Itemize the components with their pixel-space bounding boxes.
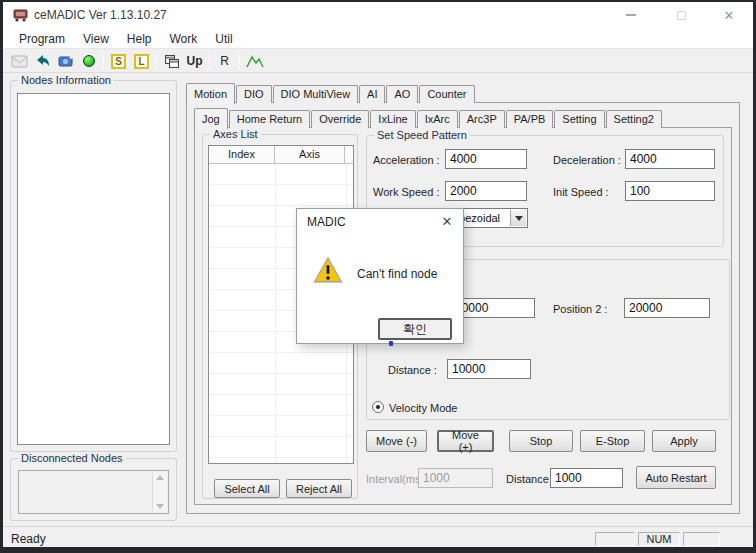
save-button[interactable]: S <box>107 51 130 71</box>
connect-status-button[interactable] <box>77 51 100 71</box>
distance-input[interactable] <box>447 359 531 379</box>
axes-table-row <box>209 164 353 185</box>
stop-button[interactable]: Stop <box>509 430 573 452</box>
tab-jog[interactable]: Jog <box>194 108 228 129</box>
windows-button[interactable] <box>160 51 183 71</box>
column-stub <box>345 146 353 163</box>
nodes-information-list[interactable] <box>17 93 170 445</box>
capture-button[interactable] <box>54 51 77 71</box>
camera-icon <box>58 54 74 68</box>
dialog-close-button[interactable]: ✕ <box>437 212 457 230</box>
up-label: Up <box>187 54 203 68</box>
tab-arc3p[interactable]: Arc3P <box>459 110 505 128</box>
scroll-up-icon <box>156 475 164 480</box>
motion-tab-strip: Jog Home Return Override IxLine IxArc Ar… <box>194 107 663 128</box>
apply-button[interactable]: Apply <box>652 430 716 452</box>
axes-list-title: Axes List <box>210 128 261 140</box>
dropdown-button[interactable] <box>510 210 526 226</box>
line-chart-icon <box>246 54 264 69</box>
tab-ao[interactable]: AO <box>386 85 418 103</box>
load-button[interactable]: L <box>130 51 153 71</box>
mail-icon <box>11 55 28 68</box>
close-button[interactable]: ✕ <box>709 2 749 28</box>
tab-ixarc[interactable]: IxArc <box>417 110 458 128</box>
close-icon: ✕ <box>724 8 735 23</box>
nodes-information-group: Nodes Information <box>10 80 177 452</box>
tab-override[interactable]: Override <box>311 110 369 128</box>
mail-button[interactable] <box>8 51 31 71</box>
menu-bar: Program View Help Work Util <box>3 29 753 49</box>
scroll-down-icon <box>156 504 164 509</box>
menu-work[interactable]: Work <box>161 30 207 48</box>
disconnected-nodes-title: Disconnected Nodes <box>18 452 126 464</box>
menu-help[interactable]: Help <box>118 30 161 48</box>
move-plus-button[interactable]: Move (+) <box>437 430 494 452</box>
menu-util[interactable]: Util <box>206 30 241 48</box>
dialog-ok-button[interactable]: 확인 <box>378 318 452 340</box>
velocity-mode-label: Velocity Mode <box>389 402 457 414</box>
status-panel <box>683 532 720 546</box>
tab-setting[interactable]: Setting <box>554 110 604 128</box>
status-panel <box>595 532 635 546</box>
up-button[interactable]: Up <box>183 51 206 71</box>
axes-table-header: Index Axis <box>209 146 353 164</box>
axes-table-row <box>209 437 353 458</box>
title-bar: ceMADIC Ver 1.13.10.27 ✕ <box>3 2 753 29</box>
nodes-information-title: Nodes Information <box>18 74 114 86</box>
toolbar: S L Up R <box>3 50 753 73</box>
work-speed-input[interactable] <box>445 181 527 201</box>
r-button[interactable]: R <box>213 51 236 71</box>
move-minus-button[interactable]: Move (-) <box>366 430 427 452</box>
maximize-button[interactable] <box>661 2 701 28</box>
tab-dio[interactable]: DIO <box>236 85 272 103</box>
axes-table-row <box>209 353 353 374</box>
status-bar: Ready NUM <box>3 526 753 549</box>
undo-arrow-icon <box>35 54 51 69</box>
tab-counter[interactable]: Counter <box>419 85 474 103</box>
reject-all-button[interactable]: Reject All <box>286 479 352 498</box>
tab-ai[interactable]: AI <box>359 85 385 103</box>
tab-ixline[interactable]: IxLine <box>370 110 415 128</box>
init-speed-input[interactable] <box>625 181 715 201</box>
scrollbar[interactable] <box>152 472 167 512</box>
close-icon: ✕ <box>442 214 453 229</box>
position2-label: Position 2 : <box>553 303 607 315</box>
tab-home-return[interactable]: Home Return <box>229 110 310 128</box>
acceleration-input[interactable] <box>445 149 527 169</box>
menu-view[interactable]: View <box>74 30 118 48</box>
tab-dio-multiview[interactable]: DIO MultiView <box>273 85 358 103</box>
e-stop-button[interactable]: E-Stop <box>580 430 645 452</box>
madic-dialog: MADIC ✕ Can't find node 확인 <box>296 208 464 344</box>
column-index[interactable]: Index <box>209 146 275 163</box>
maximize-icon <box>677 11 686 20</box>
interval-input <box>418 468 493 488</box>
undo-button[interactable] <box>31 51 54 71</box>
position2-input[interactable] <box>624 298 710 318</box>
axes-table-row <box>209 395 353 416</box>
select-all-button[interactable]: Select All <box>214 479 280 498</box>
tab-papb[interactable]: PA/PB <box>506 110 554 128</box>
axes-table-row <box>209 374 353 395</box>
deceleration-input[interactable] <box>625 149 715 169</box>
column-axis[interactable]: Axis <box>275 146 345 163</box>
disconnected-nodes-group: Disconnected Nodes <box>10 458 177 521</box>
velocity-mode-radio[interactable] <box>372 401 384 413</box>
r-label: R <box>220 54 229 68</box>
auto-distance-label: Distance <box>506 473 549 485</box>
auto-restart-button[interactable]: Auto Restart <box>636 466 716 489</box>
cascade-windows-icon <box>164 54 180 69</box>
toolbar-separator <box>239 53 240 69</box>
disconnected-nodes-list[interactable] <box>18 470 169 514</box>
chart-button[interactable] <box>243 51 266 71</box>
app-icon <box>13 8 28 22</box>
auto-distance-input[interactable] <box>550 468 623 488</box>
dialog-message: Can't find node <box>357 267 437 281</box>
deceleration-label: Deceleration : <box>553 154 621 166</box>
minimize-button[interactable] <box>611 2 651 28</box>
tab-setting2[interactable]: Setting2 <box>606 110 662 128</box>
acceleration-label: Acceleration : <box>373 154 440 166</box>
caret-artifact <box>389 341 393 346</box>
tab-motion[interactable]: Motion <box>186 83 235 104</box>
menu-program[interactable]: Program <box>10 30 74 48</box>
toolbar-separator <box>156 53 157 69</box>
